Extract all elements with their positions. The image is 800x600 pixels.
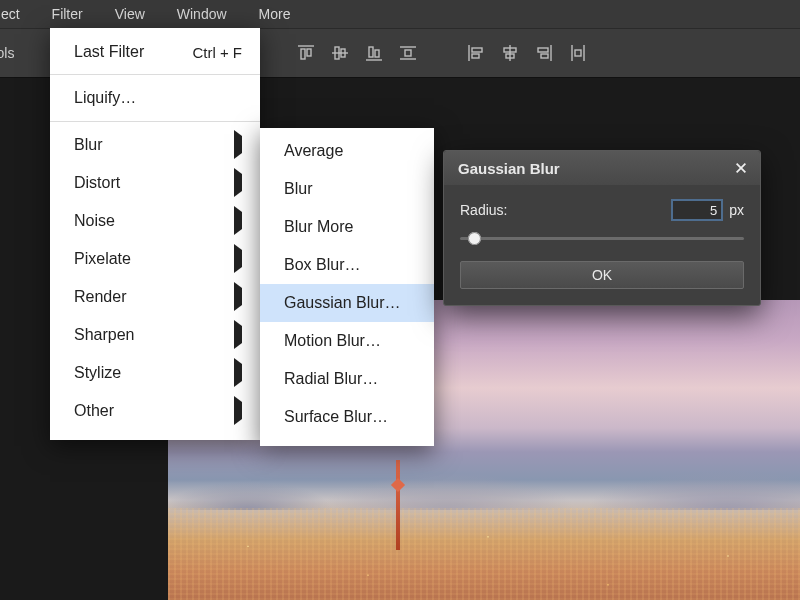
image-mountains xyxy=(168,460,800,510)
align-right-icon[interactable] xyxy=(534,43,554,63)
menu-item-label: Pixelate xyxy=(74,250,131,268)
svg-rect-11 xyxy=(405,50,411,56)
submenu-item-blur-more[interactable]: Blur More xyxy=(260,208,434,246)
radius-input[interactable] xyxy=(671,199,723,221)
dialog-title: Gaussian Blur xyxy=(458,160,560,177)
options-label: trols xyxy=(0,45,14,61)
menubar: elect Filter View Window More xyxy=(0,0,800,28)
submenu-item-blur[interactable]: Blur xyxy=(260,170,434,208)
menu-item-label: Last Filter xyxy=(74,43,144,61)
menu-item-label: Blur xyxy=(74,136,102,154)
menu-item-pixelate[interactable]: Pixelate xyxy=(50,240,260,278)
radius-unit: px xyxy=(729,202,744,218)
submenu-arrow-icon xyxy=(234,364,242,382)
svg-rect-7 xyxy=(369,47,373,57)
menu-item-label: Blur More xyxy=(284,218,353,236)
align-left-icon[interactable] xyxy=(466,43,486,63)
ok-button[interactable]: OK xyxy=(460,261,744,289)
svg-rect-20 xyxy=(541,54,548,58)
submenu-item-surface-blur[interactable]: Surface Blur… xyxy=(260,398,434,436)
filter-dropdown: Last Filter Ctrl + F Liquify… Blur Disto… xyxy=(50,28,260,440)
svg-rect-2 xyxy=(307,49,311,56)
align-hcenter-icon[interactable] xyxy=(500,43,520,63)
menu-item-label: Surface Blur… xyxy=(284,408,388,426)
radius-row: Radius: px xyxy=(460,199,744,221)
align-top-icon[interactable] xyxy=(296,43,316,63)
menu-item-label: Other xyxy=(74,402,114,420)
menu-item-label: Liquify… xyxy=(74,89,136,107)
menu-separator xyxy=(50,121,260,122)
svg-rect-14 xyxy=(472,54,479,58)
submenu-item-gaussian-blur[interactable]: Gaussian Blur… xyxy=(260,284,434,322)
menu-view[interactable]: View xyxy=(99,0,161,28)
submenu-arrow-icon xyxy=(234,288,242,306)
ok-button-label: OK xyxy=(592,267,612,283)
menu-item-label: Radial Blur… xyxy=(284,370,378,388)
menu-item-blur[interactable]: Blur xyxy=(50,126,260,164)
slider-thumb[interactable] xyxy=(468,232,481,245)
svg-rect-19 xyxy=(538,48,548,52)
menu-item-render[interactable]: Render xyxy=(50,278,260,316)
distribute-v-icon[interactable] xyxy=(398,43,418,63)
menu-item-label: Blur xyxy=(284,180,312,198)
menu-item-sharpen[interactable]: Sharpen xyxy=(50,316,260,354)
submenu-arrow-icon xyxy=(234,326,242,344)
dialog-titlebar[interactable]: Gaussian Blur xyxy=(444,151,760,185)
submenu-arrow-icon xyxy=(234,174,242,192)
menu-item-shortcut: Ctrl + F xyxy=(192,44,242,61)
svg-rect-8 xyxy=(375,50,379,57)
menu-item-noise[interactable]: Noise xyxy=(50,202,260,240)
align-tool-group xyxy=(296,43,588,63)
menu-select[interactable]: elect xyxy=(0,0,36,28)
menu-item-distort[interactable]: Distort xyxy=(50,164,260,202)
submenu-arrow-icon xyxy=(234,136,242,154)
menu-item-stylize[interactable]: Stylize xyxy=(50,354,260,392)
menu-item-label: Motion Blur… xyxy=(284,332,381,350)
menu-item-label: Noise xyxy=(74,212,115,230)
menu-item-label: Average xyxy=(284,142,343,160)
menu-item-label: Gaussian Blur… xyxy=(284,294,401,312)
menu-item-label: Distort xyxy=(74,174,120,192)
distribute-h-icon[interactable] xyxy=(568,43,588,63)
menu-item-label: Stylize xyxy=(74,364,121,382)
slider-track xyxy=(460,237,744,240)
align-bottom-icon[interactable] xyxy=(364,43,384,63)
close-icon[interactable] xyxy=(730,157,752,179)
submenu-item-box-blur[interactable]: Box Blur… xyxy=(260,246,434,284)
submenu-arrow-icon xyxy=(234,402,242,420)
radius-slider[interactable] xyxy=(460,231,744,245)
submenu-item-radial-blur[interactable]: Radial Blur… xyxy=(260,360,434,398)
menu-item-label: Render xyxy=(74,288,126,306)
dialog-body: Radius: px OK xyxy=(444,185,760,305)
image-city-lights xyxy=(168,508,800,600)
svg-rect-1 xyxy=(301,49,305,59)
submenu-arrow-icon xyxy=(234,250,242,268)
radius-label: Radius: xyxy=(460,202,507,218)
gaussian-blur-dialog: Gaussian Blur Radius: px OK xyxy=(443,150,761,306)
submenu-arrow-icon xyxy=(234,212,242,230)
submenu-item-average[interactable]: Average xyxy=(260,132,434,170)
image-tower xyxy=(396,460,400,550)
menu-item-label: Box Blur… xyxy=(284,256,360,274)
blur-submenu: Average Blur Blur More Box Blur… Gaussia… xyxy=(260,128,434,446)
menu-window[interactable]: Window xyxy=(161,0,243,28)
menu-separator xyxy=(50,74,260,75)
menu-item-liquify[interactable]: Liquify… xyxy=(50,79,260,117)
align-vcenter-icon[interactable] xyxy=(330,43,350,63)
svg-rect-13 xyxy=(472,48,482,52)
menu-more[interactable]: More xyxy=(243,0,307,28)
menu-item-last-filter[interactable]: Last Filter Ctrl + F xyxy=(50,34,260,70)
svg-rect-23 xyxy=(575,50,581,56)
menu-item-other[interactable]: Other xyxy=(50,392,260,430)
menu-item-label: Sharpen xyxy=(74,326,135,344)
submenu-item-motion-blur[interactable]: Motion Blur… xyxy=(260,322,434,360)
menu-filter[interactable]: Filter xyxy=(36,0,99,28)
